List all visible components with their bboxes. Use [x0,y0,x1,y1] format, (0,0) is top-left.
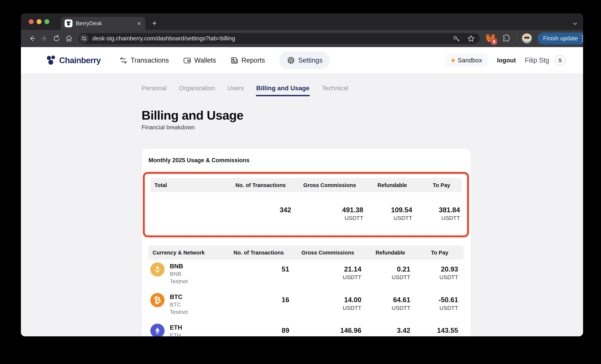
card-title: Monthly 2025 Usage & Commissions [149,157,464,164]
forward-icon[interactable] [39,33,50,44]
tab-billing-and-usage[interactable]: Billing and Usage [256,84,310,96]
annotation-highlight-box: Total No. of Transactions Gross Commissi… [143,172,469,237]
row-gross: 21.14 [290,265,361,273]
currency-unit: USDTT [365,335,410,336]
col-refundable: Refundable [367,182,417,188]
row-gross: 146.96 [290,326,361,335]
btc-coin-icon: ₿ [150,293,165,307]
reports-icon [230,56,239,64]
table-row-eth: ETH ETH 89 146.96USDTT 3.42USDTT 143.55U… [149,321,464,336]
currency-unit: USDTT [365,273,410,281]
currency-unit: USDTT [365,304,410,312]
nav-label: Reports [241,56,265,64]
row-refundable: 0.21 [365,265,410,273]
row-to-pay: -50.61 [416,296,458,304]
back-icon[interactable] [27,33,37,44]
logout-button[interactable]: logout [497,57,516,64]
currency-unit: USDTT [416,335,458,336]
environment-badge[interactable]: Sandbox [445,53,488,67]
close-window-button[interactable] [29,19,34,24]
page-title: Billing and Usage [141,109,583,122]
web-page: Chainberry Transactions Wallets Reports … [21,47,583,336]
new-tab-button[interactable]: + [150,19,159,27]
currency-name: BTC [170,293,188,301]
currency-unit: USDTT [417,214,460,222]
row-transactions: 51 [227,265,289,273]
col-currency-network: Currency & Network [149,250,227,256]
metamask-extension-icon[interactable]: 9 [485,33,496,44]
tab-close-icon[interactable]: × [136,20,142,27]
row-refundable: 64.61 [365,296,410,304]
app-navbar: Chainberry Transactions Wallets Reports … [21,47,583,74]
total-to-pay: 381.84 [417,206,460,214]
url-text[interactable]: desk-stg.chainberry.com/dashboard/settin… [92,35,446,42]
nav-label: Settings [298,56,322,64]
settings-tabs: Personal Organization Users Billing and … [141,84,583,96]
tab-technical[interactable]: Technical [322,84,348,96]
network-name: Testnet [170,278,188,285]
totals-table-header: Total No. of Transactions Gross Commissi… [150,178,462,192]
network-name: ETH [170,332,182,336]
currency-unit: USDTT [367,214,412,222]
col-to-pay: To Pay [416,250,464,256]
user-name[interactable]: Filip Stg [525,56,549,64]
breakdown-table-header: Currency & Network No. of Transactions G… [149,245,464,260]
zoom-window-button[interactable] [44,19,49,24]
brand-name: Chainberry [59,56,101,65]
settings-content: Personal Organization Users Billing and … [21,74,583,336]
row-refundable: 3.42 [365,326,410,335]
transactions-icon [119,56,128,64]
nav-item-wallets[interactable]: Wallets [183,56,216,64]
row-transactions: 89 [227,326,289,335]
extensions-puzzle-icon[interactable] [501,33,512,44]
currency-unit: USDTT [290,335,361,336]
tab-title: BerryDesk [76,20,133,27]
currency-name: BNB [170,262,188,270]
browser-toolbar: desk-stg.chainberry.com/dashboard/settin… [21,30,583,47]
browser-menu-icon[interactable] [582,35,583,42]
nav-item-transactions[interactable]: Transactions [119,56,169,64]
row-to-pay: 20.93 [416,265,458,273]
row-to-pay: 143.55 [416,326,458,335]
tab-search-chevron-icon[interactable] [572,20,578,27]
network-name: Testnet [170,308,188,316]
tab-organization[interactable]: Organization [179,84,215,96]
browser-tab[interactable]: BerryDesk × [61,17,145,30]
col-to-pay: To Pay [417,182,466,188]
currency-unit: USDTT [290,273,361,281]
currency-name: ETH [170,324,182,332]
password-manager-icon[interactable] [452,34,461,43]
network-name: BTC [170,301,188,308]
total-gross: 491.38 [292,206,363,214]
chainberry-logo[interactable]: Chainberry [46,55,101,66]
network-name: BNB [170,270,188,278]
site-info-icon[interactable] [80,34,88,43]
row-transactions: 16 [227,296,289,304]
bookmark-star-icon[interactable] [467,34,475,43]
user-avatar[interactable]: S [555,55,566,66]
environment-label: Sandbox [458,57,482,64]
navbar-right: Sandbox logout Filip Stg S [445,53,566,67]
tab-personal[interactable]: Personal [141,84,167,96]
window-controls [21,13,49,30]
tab-users[interactable]: Users [227,84,244,96]
finish-update-button[interactable]: Finish update [538,32,583,44]
reload-icon[interactable] [51,33,62,44]
nav-item-reports[interactable]: Reports [230,56,265,64]
minimize-window-button[interactable] [37,19,41,24]
browser-tab-strip: BerryDesk × + [21,13,583,30]
total-transactions: 342 [229,206,291,214]
address-bar[interactable]: desk-stg.chainberry.com/dashboard/settin… [79,33,480,44]
col-transactions: No. of Transactions [229,182,292,188]
col-refundable: Refundable [365,250,416,256]
currency-unit: USDTT [416,273,458,281]
home-icon[interactable] [63,33,74,44]
nav-item-settings[interactable]: Settings [279,51,330,69]
row-gross: 14.00 [290,296,361,304]
browser-profile-avatar[interactable] [522,33,532,43]
toolbar-divider [517,34,517,43]
currency-unit: USDTT [290,304,361,312]
col-total: Total [150,182,229,188]
eth-coin-icon [150,324,165,336]
page-subtitle: Financial breakdown [141,124,583,131]
